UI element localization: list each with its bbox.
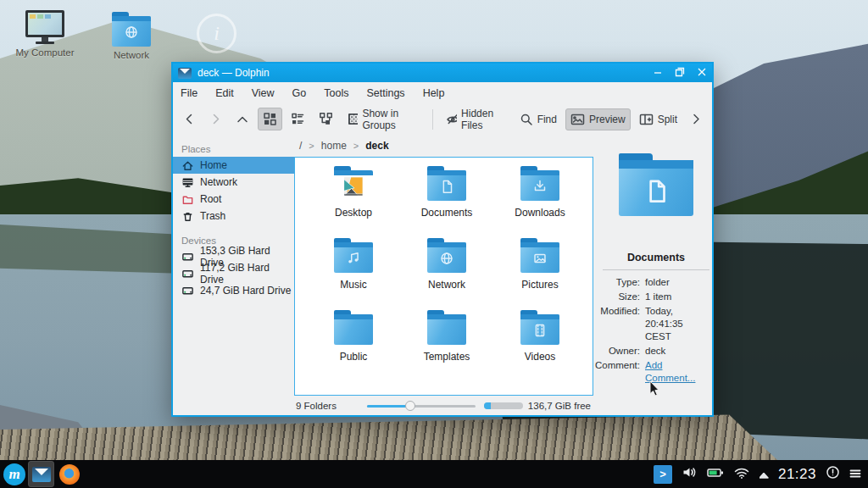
root-folder-icon	[181, 193, 194, 206]
preview-button[interactable]: Preview	[565, 108, 631, 130]
hard-drive-icon	[181, 251, 194, 263]
find-label: Find	[537, 114, 557, 125]
show-in-groups-button[interactable]: Show in Groups	[342, 103, 425, 136]
places-panel: Places Home Network Root Trash Devic	[173, 135, 294, 415]
maximize-button[interactable]	[675, 67, 685, 80]
breadcrumb-root[interactable]: /	[299, 140, 302, 152]
info-row-modified: Modified:Today, 20:41:35 CEST	[594, 304, 718, 344]
desktop-icon-my-computer[interactable]: My Computer	[12, 10, 78, 58]
folder-item-videos[interactable]: Videos	[493, 308, 587, 380]
zoom-slider-handle[interactable]	[405, 401, 415, 411]
info-overlay-icon: i	[197, 14, 236, 53]
info-row-type: Type:folder	[594, 275, 718, 290]
task-firefox[interactable]	[57, 462, 81, 486]
folder-icon	[520, 314, 559, 345]
folder-view[interactable]: Desktop Documents Downloads Music	[294, 157, 593, 396]
tray-expand-caret-icon[interactable]	[760, 467, 769, 482]
hard-drive-icon	[181, 268, 194, 280]
folder-icon	[427, 314, 466, 345]
toolbar-overflow-button[interactable]	[686, 108, 707, 130]
tray-arrow-icon[interactable]: >	[654, 465, 672, 484]
folder-item-network[interactable]: Network	[400, 236, 493, 308]
firefox-icon	[59, 464, 80, 485]
status-bar: 9 Folders 136,7 GiB free	[294, 396, 594, 415]
folder-icon	[520, 242, 559, 273]
main-view-column: / > home > deck Desktop	[294, 135, 594, 415]
window-title: deck — Dolphin	[198, 67, 270, 79]
titlebar[interactable]: deck — Dolphin	[173, 64, 712, 82]
application-launcher-button[interactable]: m	[3, 463, 25, 485]
preview-label: Preview	[589, 114, 626, 125]
places-header: Places	[173, 141, 294, 157]
wifi-icon[interactable]	[733, 466, 750, 483]
taskbar: m > 21:23	[0, 460, 868, 488]
folder-item-desktop[interactable]: Desktop	[307, 164, 400, 236]
dolphin-icon	[32, 467, 51, 482]
info-row-size: Size:1 item	[594, 290, 718, 304]
sidebar-item-trash[interactable]: Trash	[173, 208, 294, 225]
sidebar-item-root[interactable]: Root	[173, 191, 294, 208]
close-button[interactable]	[697, 67, 707, 80]
hidden-files-button[interactable]: Hidden Files	[441, 103, 511, 136]
menu-tools[interactable]: Tools	[324, 87, 348, 99]
menu-view[interactable]: View	[252, 87, 275, 99]
menu-settings[interactable]: Settings	[366, 87, 404, 99]
minimize-button[interactable]	[653, 67, 663, 80]
folder-icon	[334, 170, 373, 201]
hidden-files-label: Hidden Files	[461, 108, 506, 131]
sidebar-item-drive-3[interactable]: 24,7 GiB Hard Drive	[173, 282, 294, 299]
forward-button[interactable]	[204, 108, 227, 130]
task-dolphin[interactable]	[29, 462, 53, 486]
battery-icon[interactable]	[707, 467, 724, 482]
toolbar: Show in Groups Hidden Files Find Preview…	[173, 103, 712, 135]
wallpaper-thumbnail	[334, 170, 373, 201]
find-button[interactable]: Find	[515, 108, 562, 130]
show-in-groups-label: Show in Groups	[362, 108, 419, 131]
peek-desktop-icon[interactable]	[849, 467, 861, 482]
chevron-right-icon: >	[309, 141, 314, 151]
tree-view-button[interactable]	[314, 108, 338, 130]
free-space: 136,7 GiB free	[528, 401, 591, 411]
sidebar-item-network[interactable]: Network	[173, 174, 294, 191]
info-row-owner: Owner:deck	[594, 344, 718, 358]
sidebar-item-home[interactable]: Home	[173, 157, 294, 174]
split-label: Split	[658, 114, 677, 125]
information-panel: Documents Type:folder Size:1 item Modifi…	[594, 135, 718, 415]
item-count: 9 Folders	[296, 401, 337, 411]
network-folder-icon	[112, 16, 151, 47]
breadcrumb: / > home > deck	[294, 135, 594, 157]
zoom-slider[interactable]	[367, 400, 476, 412]
dolphin-window: deck — Dolphin File Edit View Go Tools S…	[171, 62, 714, 417]
toolbar-separator	[432, 109, 433, 130]
folder-item-public[interactable]: Public	[307, 308, 400, 380]
menu-file[interactable]: File	[181, 87, 198, 99]
icons-view-button[interactable]	[258, 108, 282, 130]
menu-edit[interactable]: Edit	[215, 87, 234, 99]
computer-monitor-icon	[23, 10, 67, 44]
info-title: Documents	[594, 252, 718, 263]
network-icon	[181, 176, 194, 189]
up-button[interactable]	[231, 109, 254, 130]
split-button[interactable]: Split	[634, 108, 682, 130]
desktop-icon-network[interactable]: Network	[98, 12, 164, 60]
menu-help[interactable]: Help	[423, 87, 445, 99]
folder-item-templates[interactable]: Templates	[400, 308, 493, 380]
compact-view-button[interactable]	[286, 108, 310, 130]
breadcrumb-home[interactable]: home	[321, 140, 347, 152]
breadcrumb-current[interactable]: deck	[365, 140, 388, 152]
back-button[interactable]	[178, 108, 201, 130]
volume-icon[interactable]	[682, 465, 698, 483]
menu-bar: File Edit View Go Tools Settings Help	[173, 82, 712, 103]
notifications-icon[interactable]	[826, 465, 840, 483]
clock[interactable]: 21:23	[778, 466, 816, 483]
folder-item-downloads[interactable]: Downloads	[493, 164, 587, 236]
folder-icon	[520, 170, 559, 201]
chevron-right-icon: >	[353, 141, 359, 151]
mouse-cursor	[649, 381, 663, 402]
folder-item-music[interactable]: Music	[307, 236, 400, 308]
folder-item-documents[interactable]: Documents	[400, 164, 493, 236]
sidebar-item-drive-2[interactable]: 117,2 GiB Hard Drive	[173, 265, 294, 282]
menu-go[interactable]: Go	[292, 87, 307, 99]
folder-item-pictures[interactable]: Pictures	[493, 236, 587, 308]
folder-icon	[334, 314, 373, 345]
